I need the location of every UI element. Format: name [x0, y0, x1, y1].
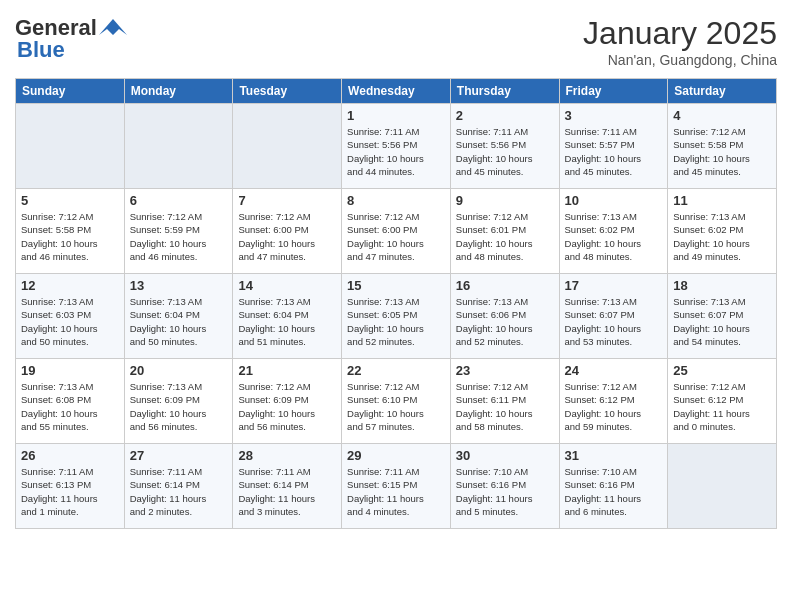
calendar-cell: 25Sunrise: 7:12 AM Sunset: 6:12 PM Dayli…	[668, 359, 777, 444]
day-number: 13	[130, 278, 228, 293]
day-info: Sunrise: 7:13 AM Sunset: 6:07 PM Dayligh…	[565, 295, 663, 348]
logo-blue: Blue	[17, 37, 65, 63]
calendar-cell	[668, 444, 777, 529]
day-number: 16	[456, 278, 554, 293]
calendar-cell: 31Sunrise: 7:10 AM Sunset: 6:16 PM Dayli…	[559, 444, 668, 529]
day-info: Sunrise: 7:12 AM Sunset: 5:58 PM Dayligh…	[21, 210, 119, 263]
calendar-cell	[16, 104, 125, 189]
day-header-sunday: Sunday	[16, 79, 125, 104]
calendar-cell: 20Sunrise: 7:13 AM Sunset: 6:09 PM Dayli…	[124, 359, 233, 444]
day-info: Sunrise: 7:11 AM Sunset: 6:14 PM Dayligh…	[130, 465, 228, 518]
calendar-cell: 3Sunrise: 7:11 AM Sunset: 5:57 PM Daylig…	[559, 104, 668, 189]
day-header-friday: Friday	[559, 79, 668, 104]
day-info: Sunrise: 7:12 AM Sunset: 6:09 PM Dayligh…	[238, 380, 336, 433]
calendar-cell: 30Sunrise: 7:10 AM Sunset: 6:16 PM Dayli…	[450, 444, 559, 529]
day-number: 25	[673, 363, 771, 378]
week-row-3: 12Sunrise: 7:13 AM Sunset: 6:03 PM Dayli…	[16, 274, 777, 359]
calendar-cell: 12Sunrise: 7:13 AM Sunset: 6:03 PM Dayli…	[16, 274, 125, 359]
day-number: 9	[456, 193, 554, 208]
calendar-cell	[233, 104, 342, 189]
day-info: Sunrise: 7:10 AM Sunset: 6:16 PM Dayligh…	[565, 465, 663, 518]
day-info: Sunrise: 7:10 AM Sunset: 6:16 PM Dayligh…	[456, 465, 554, 518]
calendar-cell: 9Sunrise: 7:12 AM Sunset: 6:01 PM Daylig…	[450, 189, 559, 274]
calendar-cell: 6Sunrise: 7:12 AM Sunset: 5:59 PM Daylig…	[124, 189, 233, 274]
calendar-cell: 28Sunrise: 7:11 AM Sunset: 6:14 PM Dayli…	[233, 444, 342, 529]
day-number: 4	[673, 108, 771, 123]
calendar-cell: 15Sunrise: 7:13 AM Sunset: 6:05 PM Dayli…	[342, 274, 451, 359]
svg-marker-0	[99, 19, 127, 35]
day-info: Sunrise: 7:13 AM Sunset: 6:02 PM Dayligh…	[673, 210, 771, 263]
day-info: Sunrise: 7:12 AM Sunset: 6:12 PM Dayligh…	[565, 380, 663, 433]
calendar-cell: 17Sunrise: 7:13 AM Sunset: 6:07 PM Dayli…	[559, 274, 668, 359]
day-info: Sunrise: 7:13 AM Sunset: 6:06 PM Dayligh…	[456, 295, 554, 348]
day-number: 21	[238, 363, 336, 378]
calendar-cell: 8Sunrise: 7:12 AM Sunset: 6:00 PM Daylig…	[342, 189, 451, 274]
calendar-subtitle: Nan'an, Guangdong, China	[583, 52, 777, 68]
day-info: Sunrise: 7:12 AM Sunset: 6:01 PM Dayligh…	[456, 210, 554, 263]
day-info: Sunrise: 7:13 AM Sunset: 6:04 PM Dayligh…	[130, 295, 228, 348]
day-number: 24	[565, 363, 663, 378]
calendar-cell: 16Sunrise: 7:13 AM Sunset: 6:06 PM Dayli…	[450, 274, 559, 359]
calendar-cell: 2Sunrise: 7:11 AM Sunset: 5:56 PM Daylig…	[450, 104, 559, 189]
calendar-cell: 13Sunrise: 7:13 AM Sunset: 6:04 PM Dayli…	[124, 274, 233, 359]
day-number: 18	[673, 278, 771, 293]
calendar-cell: 24Sunrise: 7:12 AM Sunset: 6:12 PM Dayli…	[559, 359, 668, 444]
calendar-cell: 27Sunrise: 7:11 AM Sunset: 6:14 PM Dayli…	[124, 444, 233, 529]
calendar-cell: 10Sunrise: 7:13 AM Sunset: 6:02 PM Dayli…	[559, 189, 668, 274]
day-info: Sunrise: 7:12 AM Sunset: 5:58 PM Dayligh…	[673, 125, 771, 178]
day-info: Sunrise: 7:13 AM Sunset: 6:09 PM Dayligh…	[130, 380, 228, 433]
day-info: Sunrise: 7:12 AM Sunset: 5:59 PM Dayligh…	[130, 210, 228, 263]
day-info: Sunrise: 7:12 AM Sunset: 6:10 PM Dayligh…	[347, 380, 445, 433]
day-number: 23	[456, 363, 554, 378]
calendar-cell: 18Sunrise: 7:13 AM Sunset: 6:07 PM Dayli…	[668, 274, 777, 359]
day-header-saturday: Saturday	[668, 79, 777, 104]
calendar-cell: 22Sunrise: 7:12 AM Sunset: 6:10 PM Dayli…	[342, 359, 451, 444]
day-number: 26	[21, 448, 119, 463]
day-number: 3	[565, 108, 663, 123]
day-number: 28	[238, 448, 336, 463]
calendar-cell: 21Sunrise: 7:12 AM Sunset: 6:09 PM Dayli…	[233, 359, 342, 444]
day-number: 15	[347, 278, 445, 293]
calendar-title: January 2025	[583, 15, 777, 52]
calendar-cell: 5Sunrise: 7:12 AM Sunset: 5:58 PM Daylig…	[16, 189, 125, 274]
week-row-1: 1Sunrise: 7:11 AM Sunset: 5:56 PM Daylig…	[16, 104, 777, 189]
day-info: Sunrise: 7:13 AM Sunset: 6:08 PM Dayligh…	[21, 380, 119, 433]
day-number: 10	[565, 193, 663, 208]
calendar-cell: 4Sunrise: 7:12 AM Sunset: 5:58 PM Daylig…	[668, 104, 777, 189]
day-number: 27	[130, 448, 228, 463]
calendar-cell: 29Sunrise: 7:11 AM Sunset: 6:15 PM Dayli…	[342, 444, 451, 529]
day-info: Sunrise: 7:12 AM Sunset: 6:12 PM Dayligh…	[673, 380, 771, 433]
calendar-table: SundayMondayTuesdayWednesdayThursdayFrid…	[15, 78, 777, 529]
calendar-cell: 11Sunrise: 7:13 AM Sunset: 6:02 PM Dayli…	[668, 189, 777, 274]
day-number: 6	[130, 193, 228, 208]
calendar-cell: 7Sunrise: 7:12 AM Sunset: 6:00 PM Daylig…	[233, 189, 342, 274]
day-info: Sunrise: 7:11 AM Sunset: 5:57 PM Dayligh…	[565, 125, 663, 178]
logo: General Blue	[15, 15, 127, 63]
days-header-row: SundayMondayTuesdayWednesdayThursdayFrid…	[16, 79, 777, 104]
day-number: 19	[21, 363, 119, 378]
day-number: 12	[21, 278, 119, 293]
day-number: 8	[347, 193, 445, 208]
week-row-5: 26Sunrise: 7:11 AM Sunset: 6:13 PM Dayli…	[16, 444, 777, 529]
day-number: 1	[347, 108, 445, 123]
day-header-tuesday: Tuesday	[233, 79, 342, 104]
day-number: 2	[456, 108, 554, 123]
page-header: General Blue January 2025 Nan'an, Guangd…	[15, 15, 777, 68]
day-header-thursday: Thursday	[450, 79, 559, 104]
day-number: 11	[673, 193, 771, 208]
week-row-2: 5Sunrise: 7:12 AM Sunset: 5:58 PM Daylig…	[16, 189, 777, 274]
day-number: 5	[21, 193, 119, 208]
day-header-wednesday: Wednesday	[342, 79, 451, 104]
calendar-cell: 14Sunrise: 7:13 AM Sunset: 6:04 PM Dayli…	[233, 274, 342, 359]
day-info: Sunrise: 7:13 AM Sunset: 6:02 PM Dayligh…	[565, 210, 663, 263]
day-number: 31	[565, 448, 663, 463]
title-block: January 2025 Nan'an, Guangdong, China	[583, 15, 777, 68]
day-number: 7	[238, 193, 336, 208]
calendar-cell: 26Sunrise: 7:11 AM Sunset: 6:13 PM Dayli…	[16, 444, 125, 529]
day-info: Sunrise: 7:13 AM Sunset: 6:04 PM Dayligh…	[238, 295, 336, 348]
day-number: 29	[347, 448, 445, 463]
day-number: 17	[565, 278, 663, 293]
day-info: Sunrise: 7:13 AM Sunset: 6:05 PM Dayligh…	[347, 295, 445, 348]
calendar-cell: 1Sunrise: 7:11 AM Sunset: 5:56 PM Daylig…	[342, 104, 451, 189]
day-info: Sunrise: 7:11 AM Sunset: 6:15 PM Dayligh…	[347, 465, 445, 518]
